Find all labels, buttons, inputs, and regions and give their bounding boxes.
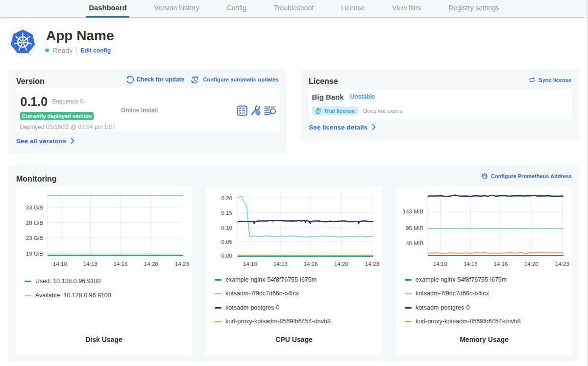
svg-text:0.15: 0.15 — [221, 210, 232, 216]
svg-text:28 GiB: 28 GiB — [26, 220, 43, 226]
svg-text:0.10: 0.10 — [221, 225, 232, 231]
svg-text:14:10: 14:10 — [53, 261, 67, 267]
svg-text:14:23: 14:23 — [555, 261, 569, 267]
svg-text:14:20: 14:20 — [334, 261, 348, 267]
svg-text:14:23: 14:23 — [365, 261, 379, 267]
svg-text:19 GiB: 19 GiB — [26, 251, 43, 257]
svg-text:14:13: 14:13 — [273, 261, 288, 267]
svg-text:14:20: 14:20 — [524, 261, 539, 267]
svg-text:95 MiB: 95 MiB — [406, 225, 423, 231]
svg-text:33 GiB: 33 GiB — [26, 205, 43, 210]
svg-text:0.20: 0.20 — [221, 195, 232, 201]
svg-text:0.00: 0.00 — [221, 253, 232, 259]
svg-text:14:23: 14:23 — [175, 261, 189, 267]
svg-text:143 MiB: 143 MiB — [403, 209, 424, 214]
svg-text:14:13: 14:13 — [464, 261, 478, 267]
svg-text:0.05: 0.05 — [221, 239, 232, 245]
svg-text:14:16: 14:16 — [304, 261, 318, 267]
svg-text:14:16: 14:16 — [494, 261, 508, 267]
svg-text:14:20: 14:20 — [144, 261, 158, 267]
svg-text:14:16: 14:16 — [114, 261, 128, 267]
svg-text:14:10: 14:10 — [433, 261, 447, 267]
svg-text:14:13: 14:13 — [83, 261, 98, 267]
svg-text:14:10: 14:10 — [243, 261, 257, 267]
svg-text:48 MiB: 48 MiB — [406, 240, 423, 246]
svg-text:23 GiB: 23 GiB — [26, 235, 43, 241]
